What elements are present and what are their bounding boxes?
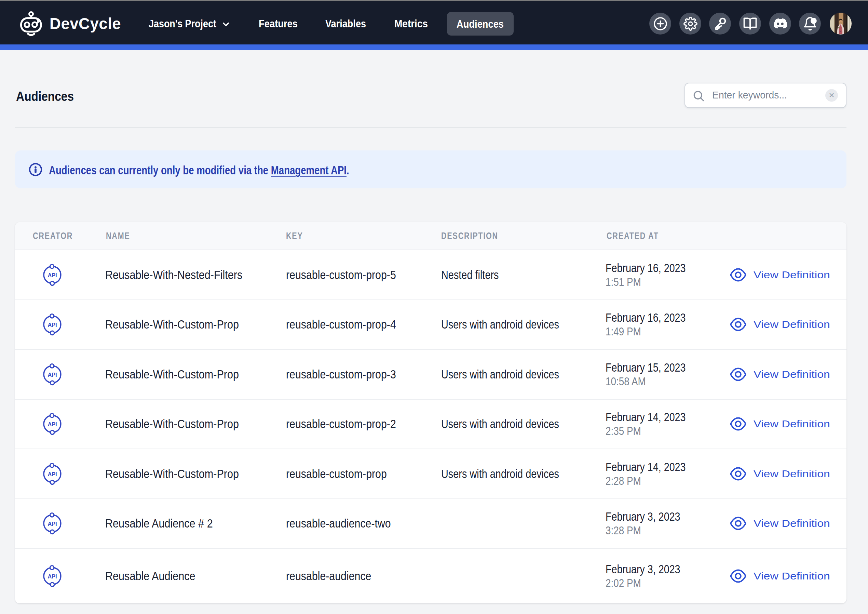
svg-text:API: API [48,521,57,527]
svg-text:API: API [48,421,57,427]
svg-text:API: API [48,471,57,477]
svg-text:API: API [48,371,57,378]
svg-text:API: API [48,322,57,328]
svg-text:API: API [48,272,57,278]
svg-text:API: API [48,573,57,580]
